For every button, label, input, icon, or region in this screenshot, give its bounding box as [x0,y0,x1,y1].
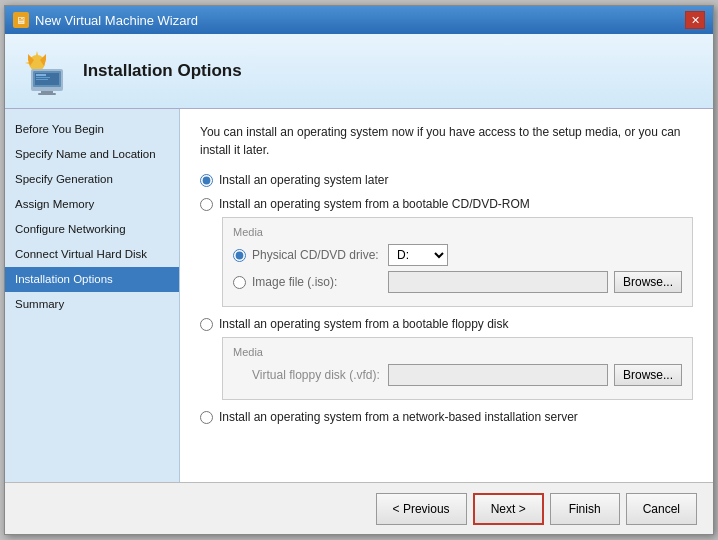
svg-rect-8 [38,93,56,95]
floppy-media-label: Media [233,346,682,358]
radio-image-file[interactable] [233,276,246,289]
radio-install-network[interactable] [200,411,213,424]
iso-path-input[interactable] [388,271,608,293]
sidebar-item-configure-networking[interactable]: Configure Networking [5,217,179,242]
radio-install-later[interactable] [200,174,213,187]
header-section: Installation Options [5,34,713,109]
main-content: You can install an operating system now … [180,109,713,482]
sidebar: Before You Begin Specify Name and Locati… [5,109,180,482]
content-area: Before You Begin Specify Name and Locati… [5,109,713,482]
vfd-file-row: Virtual floppy disk (.vfd): Browse... [233,364,682,386]
sidebar-item-specify-name[interactable]: Specify Name and Location [5,142,179,167]
wizard-window: 🖥 New Virtual Machine Wizard ✕ [4,5,714,535]
floppy-media-section: Media Virtual floppy disk (.vfd): Browse… [222,337,693,400]
label-vfd-file[interactable]: Virtual floppy disk (.vfd): [252,368,382,382]
label-install-cd[interactable]: Install an operating system from a boota… [219,197,530,211]
image-file-row: Image file (.iso): Browse... [233,271,682,293]
physical-drive-row: Physical CD/DVD drive: D: [233,244,682,266]
header-icon [21,47,69,95]
titlebar-icon: 🖥 [13,12,29,28]
sidebar-item-assign-memory[interactable]: Assign Memory [5,192,179,217]
sidebar-item-connect-vhd[interactable]: Connect Virtual Hard Disk [5,242,179,267]
label-physical-drive[interactable]: Physical CD/DVD drive: [252,248,382,262]
svg-rect-11 [36,77,50,78]
titlebar-left: 🖥 New Virtual Machine Wizard [13,12,198,28]
titlebar: 🖥 New Virtual Machine Wizard ✕ [5,6,713,34]
finish-button[interactable]: Finish [550,493,620,525]
option-install-network: Install an operating system from a netwo… [200,410,693,424]
label-install-network[interactable]: Install an operating system from a netwo… [219,410,578,424]
label-install-later[interactable]: Install an operating system later [219,173,388,187]
next-button[interactable]: Next > [473,493,544,525]
option-install-floppy: Install an operating system from a boota… [200,317,693,400]
radio-install-cd[interactable] [200,198,213,211]
vfd-path-input[interactable] [388,364,608,386]
option-install-later: Install an operating system later [200,173,693,187]
radio-install-floppy[interactable] [200,318,213,331]
vfd-browse-button[interactable]: Browse... [614,364,682,386]
svg-rect-10 [36,74,46,76]
close-button[interactable]: ✕ [685,11,705,29]
iso-browse-button[interactable]: Browse... [614,271,682,293]
sidebar-item-summary[interactable]: Summary [5,292,179,317]
sidebar-item-before-you-begin[interactable]: Before You Begin [5,117,179,142]
intro-text: You can install an operating system now … [200,123,693,159]
cd-media-section: Media Physical CD/DVD drive: D: Image fi… [222,217,693,307]
titlebar-title: New Virtual Machine Wizard [35,13,198,28]
label-install-floppy[interactable]: Install an operating system from a boota… [219,317,509,331]
cancel-button[interactable]: Cancel [626,493,697,525]
footer: < Previous Next > Finish Cancel [5,482,713,534]
radio-physical-drive[interactable] [233,249,246,262]
option-install-cd: Install an operating system from a boota… [200,197,693,307]
cd-media-label: Media [233,226,682,238]
header-title: Installation Options [83,61,242,81]
drive-select[interactable]: D: [388,244,448,266]
svg-rect-12 [36,79,48,80]
previous-button[interactable]: < Previous [376,493,467,525]
svg-rect-7 [41,91,53,93]
label-image-file[interactable]: Image file (.iso): [252,275,382,289]
sidebar-item-installation-options[interactable]: Installation Options [5,267,179,292]
sidebar-item-specify-generation[interactable]: Specify Generation [5,167,179,192]
